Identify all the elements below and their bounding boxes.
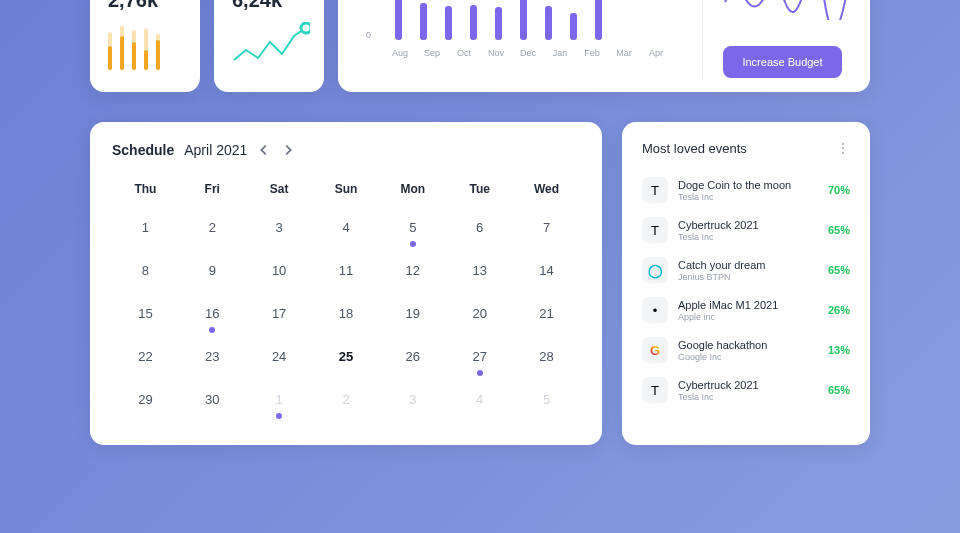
event-item[interactable]: TCybertruck 2021Tesla Inc65% [642,210,850,250]
calendar-day[interactable]: 4 [446,382,513,425]
event-percent: 13% [828,344,850,356]
event-item[interactable]: ◯Catch your dreamJenius BTPN65% [642,250,850,290]
calendar-day[interactable]: 12 [379,253,446,296]
x-label: Sep [422,48,442,58]
event-percent: 70% [828,184,850,196]
tesla-icon: T [642,177,668,203]
event-percent: 65% [828,224,850,236]
google-icon: G [642,337,668,363]
calendar-day[interactable]: 2 [313,382,380,425]
event-company: Apple inc [678,312,818,322]
svg-point-0 [301,23,310,33]
event-percent: 65% [828,384,850,396]
x-label: Apr [646,48,666,58]
calendar-day[interactable]: 25 [313,339,380,382]
bar [445,6,452,40]
calendar-day[interactable]: 10 [246,253,313,296]
chevron-left-icon[interactable] [257,143,271,157]
calendar-day[interactable]: 11 [313,253,380,296]
calendar-day[interactable]: 20 [446,296,513,339]
day-header: Sat [246,176,313,210]
calendar-day[interactable]: 15 [112,296,179,339]
calendar-day[interactable]: 17 [246,296,313,339]
x-label: Mar [614,48,634,58]
calendar-day[interactable]: 1 [246,382,313,425]
more-icon[interactable]: ⋮ [836,140,850,156]
calendar-day[interactable]: 29 [112,382,179,425]
calendar-day[interactable]: 30 [179,382,246,425]
day-header: Tue [446,176,513,210]
loved-events-card: Most loved events ⋮ TDoge Coin to the mo… [622,122,870,445]
calendar-day[interactable]: 13 [446,253,513,296]
calendar-day[interactable]: 22 [112,339,179,382]
calendar-day[interactable]: 19 [379,296,446,339]
calendar-day[interactable]: 5 [379,210,446,253]
event-title: Cybertruck 2021 [678,219,818,231]
event-company: Tesla Inc [678,392,818,402]
calendar-day[interactable]: 23 [179,339,246,382]
event-company: Tesla Inc [678,192,818,202]
bar [420,3,427,40]
event-title: Apple iMac M1 2021 [678,299,818,311]
stat-value: 2,76k [108,0,182,12]
attendance-card: Attendance 6,24k [214,0,324,92]
event-item[interactable]: •Apple iMac M1 2021Apple inc26% [642,290,850,330]
x-label: Dec [518,48,538,58]
calendar-day[interactable]: 3 [246,210,313,253]
bar [595,0,602,40]
ticket-sales-card: Ticket Sales 2,76k .bt:nth-child(1)::aft… [90,0,200,92]
event-title: Catch your dream [678,259,818,271]
schedule-month: April 2021 [184,142,247,158]
calendar-day[interactable]: 28 [513,339,580,382]
calendar-day[interactable]: 27 [446,339,513,382]
trend-line-icon [232,22,310,70]
event-item[interactable]: GGoogle hackathonGoogle Inc13% [642,330,850,370]
events-title: Most loved events [642,141,747,156]
x-label: Oct [454,48,474,58]
day-header: Sun [313,176,380,210]
calendar-day[interactable]: 8 [112,253,179,296]
bar [570,13,577,40]
schedule-card: Schedule April 2021 ThuFriSatSunMonTueWe… [90,122,602,445]
increase-budget-button[interactable]: Increase Budget [723,46,842,78]
tesla-icon: T [642,377,668,403]
tesla-icon: T [642,217,668,243]
calendar-day[interactable]: 7 [513,210,580,253]
stat-value: 6,24k [232,0,306,12]
schedule-title: Schedule [112,142,174,158]
calendar-day[interactable]: 1 [112,210,179,253]
day-header: Fri [179,176,246,210]
calendar-day[interactable]: 6 [446,210,513,253]
event-title: Doge Coin to the moon [678,179,818,191]
bar [495,7,502,40]
calendar-day[interactable]: 3 [379,382,446,425]
calendar-day[interactable]: 21 [513,296,580,339]
event-item[interactable]: TDoge Coin to the moonTesla Inc70% [642,170,850,210]
x-label: Jan [550,48,570,58]
event-company: Google Inc [678,352,818,362]
bar-chart [395,0,602,40]
calendar-day[interactable]: 26 [379,339,446,382]
event-dot-icon [410,241,416,247]
day-header: Wed [513,176,580,210]
day-header: Thu [112,176,179,210]
event-percent: 65% [828,264,850,276]
calendar-day[interactable]: 24 [246,339,313,382]
x-label: Feb [582,48,602,58]
event-title: Google hackathon [678,339,818,351]
event-title: Cybertruck 2021 [678,379,818,391]
calendar-day[interactable]: 16 [179,296,246,339]
chevron-right-icon[interactable] [281,143,295,157]
calendar-day[interactable]: 5 [513,382,580,425]
x-label: Nov [486,48,506,58]
calendar-day[interactable]: 4 [313,210,380,253]
event-company: Tesla Inc [678,232,818,242]
event-item[interactable]: TCybertruck 2021Tesla Inc65% [642,370,850,410]
y-tick: 0 [366,30,381,40]
event-percent: 26% [828,304,850,316]
calendar-day[interactable]: 18 [313,296,380,339]
calendar-day[interactable]: 2 [179,210,246,253]
calendar-day[interactable]: 9 [179,253,246,296]
bar [520,0,527,40]
calendar-day[interactable]: 14 [513,253,580,296]
